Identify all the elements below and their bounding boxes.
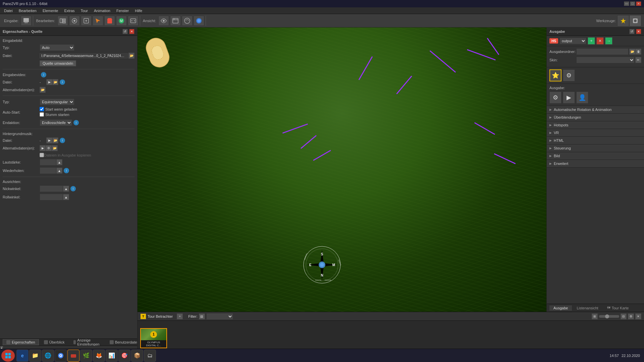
ansicht-btn-4[interactable]	[194, 16, 204, 26]
werkzeuge-btn-2[interactable]	[629, 15, 641, 26]
section-uberblendungen-header[interactable]: ▶ Überblendungen	[547, 114, 644, 121]
tour-view-large[interactable]: ⊟	[621, 313, 627, 319]
bearbeiten-btn-5[interactable]	[104, 16, 115, 26]
output-icon-person[interactable]: 👤	[576, 92, 588, 104]
taskbar-firefox[interactable]: 🦊	[93, 350, 105, 362]
bearbeiten-btn-3[interactable]	[81, 16, 92, 26]
endaktion-info[interactable]: i	[73, 120, 79, 125]
tab-anzeige[interactable]: Anzeige Einstellungen	[70, 337, 105, 346]
zoom-slider[interactable]	[599, 315, 619, 318]
wiederholen-up[interactable]: ▲	[56, 168, 62, 174]
bearbeiten-btn-6[interactable]: M	[116, 16, 127, 26]
taskbar-ppt[interactable]: 📊	[106, 350, 118, 362]
datei2-browse[interactable]: 📂	[52, 79, 58, 85]
taskbar-chrome[interactable]	[55, 350, 67, 362]
taskbar-app9[interactable]: 🎯	[118, 350, 130, 362]
taskbar-app10[interactable]: 📦	[131, 350, 143, 362]
datei3-play[interactable]: ▶	[46, 137, 52, 143]
right-tab-tourkarte[interactable]: 🗺 Tour Karte	[603, 305, 633, 311]
skin-icon-settings[interactable]: ⚙	[563, 69, 575, 81]
typ-select[interactable]: Auto Equirectangular Cube	[40, 44, 74, 51]
start-wenn-geladen-check[interactable]	[40, 107, 44, 111]
tour-add-btn[interactable]: +	[177, 313, 183, 319]
html5-badge[interactable]: H5	[549, 38, 558, 44]
tab-uberblick[interactable]: Überblick	[40, 339, 68, 345]
wiederholen-info[interactable]: i	[64, 168, 69, 173]
ansicht-btn-1[interactable]	[158, 16, 169, 26]
panel-close-btn[interactable]: ✕	[129, 29, 135, 34]
section-html-header[interactable]: ▶ HTML	[547, 137, 644, 144]
menu-datei[interactable]: Datei	[1, 8, 15, 13]
tour-thumb-1[interactable]: 1 OLYMPUS DIGITAL C...	[140, 328, 167, 348]
lautstarke-input[interactable]: 100	[40, 159, 56, 166]
ausgabeordner-delete[interactable]: 🗑	[635, 49, 641, 55]
eingabe-btn-1[interactable]	[21, 16, 32, 26]
ausgabeordner-input[interactable]: output	[576, 48, 629, 55]
output-select[interactable]: output	[559, 38, 586, 44]
alternativdaten2-icon3[interactable]: 📂	[52, 145, 58, 151]
bearbeiten-btn-4[interactable]	[93, 16, 103, 26]
menu-extras[interactable]: Extras	[61, 8, 77, 13]
tour-close[interactable]: ✕	[635, 313, 641, 319]
right-panel-close[interactable]: ✕	[636, 29, 641, 34]
rollwinkel-up[interactable]: ▲	[63, 194, 69, 200]
skin-select[interactable]	[576, 57, 635, 63]
right-tab-ausgabe[interactable]: Ausgabe	[549, 305, 572, 311]
export-output-btn[interactable]: →	[605, 37, 612, 45]
output-icon-play[interactable]: ▶	[563, 92, 575, 104]
skin-icon-star[interactable]: ⭐	[549, 69, 561, 81]
section-hotspots-header[interactable]: ▶ Hotspots	[547, 121, 644, 129]
taskbar-green[interactable]: 🌿	[80, 350, 92, 362]
section-erweitert-header[interactable]: ▶ Erweitert	[547, 160, 644, 167]
ausgabeordner-browse[interactable]: 📂	[629, 49, 635, 55]
minimize-button[interactable]: —	[624, 1, 629, 6]
bearbeiten-btn-7[interactable]	[128, 16, 139, 26]
nickwinkel-up[interactable]: ▲	[63, 186, 69, 192]
filter-select[interactable]	[206, 313, 233, 320]
viewport[interactable]: S N E M DIGITAL DESIGN MARCEL WWW.S	[138, 27, 547, 312]
filter-icon[interactable]: ▤	[199, 313, 205, 319]
eingabevideo-info-icon[interactable]: i	[41, 72, 46, 77]
lautstarke-up[interactable]: ▲	[56, 159, 62, 165]
taskbar-ie[interactable]: e	[16, 350, 29, 362]
section-vr-header[interactable]: ▶ VR	[547, 129, 644, 136]
ansicht-btn-2[interactable]	[170, 16, 181, 26]
quelle-umwandeln-btn[interactable]: Quelle umwandeln	[40, 60, 76, 66]
browse-btn[interactable]: 📂	[128, 53, 135, 59]
maximize-button[interactable]: □	[630, 1, 635, 6]
alternativdaten2-icon[interactable]: ▶	[40, 145, 46, 151]
menu-hilfe[interactable]: Hilfe	[132, 8, 145, 13]
section-steuerung-header[interactable]: ▶ Steuerung	[547, 144, 644, 152]
datei2-play[interactable]: ▶	[46, 79, 52, 85]
close-button[interactable]: ✕	[636, 1, 641, 6]
right-tab-listenansicht[interactable]: Listenansicht	[573, 305, 602, 311]
panel-refresh-btn[interactable]: ↺	[122, 29, 128, 34]
datei3-info[interactable]: i	[60, 138, 65, 143]
typ2-select[interactable]: Equirectangular Cube Auto	[40, 99, 74, 105]
tour-settings[interactable]: ⚙	[628, 313, 634, 319]
menu-bearbeiten[interactable]: Bearbeiten	[16, 8, 39, 13]
ansicht-btn-3[interactable]	[182, 16, 193, 26]
start-button[interactable]	[1, 350, 15, 362]
endaktion-select[interactable]: Endlosschleife Stopp	[40, 119, 72, 126]
tour-view-small[interactable]: ⊞	[592, 313, 598, 319]
menu-elemente[interactable]: Elemente	[40, 8, 61, 13]
taskbar-pano2vr[interactable]	[67, 350, 79, 362]
datei2-info[interactable]: i	[60, 79, 65, 85]
werkzeuge-btn-1[interactable]	[617, 15, 629, 26]
alternativdaten-icon[interactable]: 📂	[40, 87, 46, 93]
menu-fenster[interactable]: Fenster	[114, 8, 131, 13]
tab-benutzerdaten[interactable]: Benutzerdaten	[106, 339, 137, 345]
remove-output-btn[interactable]: ✕	[596, 37, 604, 45]
bearbeiten-btn-1[interactable]	[57, 16, 68, 26]
taskbar-folder[interactable]: 📁	[29, 350, 41, 362]
section-auto-rotation-header[interactable]: ▶ Automatische Rotation & Animation	[547, 106, 644, 113]
wiederholen-input[interactable]: 1	[40, 167, 56, 174]
output-icon-gear[interactable]: ⚙	[549, 92, 561, 104]
tab-eigenschaften[interactable]: Eigenschaften	[3, 339, 39, 345]
skin-edit[interactable]: ✏	[635, 57, 641, 63]
datei3-browse[interactable]: 📂	[52, 137, 58, 143]
add-output-btn[interactable]: +	[588, 37, 595, 45]
section-bild-header[interactable]: ▶ Bild	[547, 152, 644, 160]
menu-animation[interactable]: Animation	[91, 8, 113, 13]
